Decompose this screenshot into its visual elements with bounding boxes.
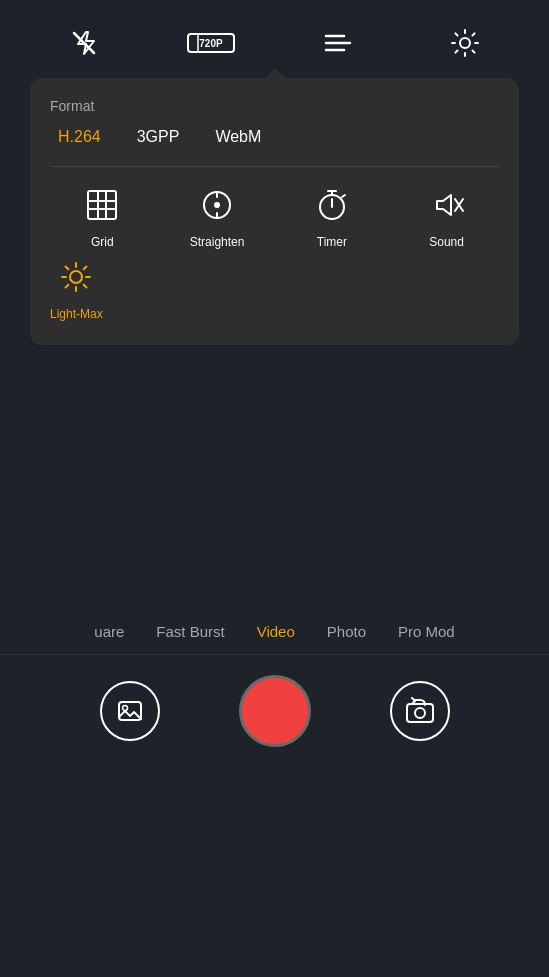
settings-icon [450, 28, 480, 58]
flip-camera-icon [405, 697, 435, 725]
sound-icon [425, 183, 469, 227]
timer-label: Timer [317, 235, 347, 249]
resolution-button[interactable]: 720P [186, 18, 236, 68]
top-toolbar: 720P [0, 0, 549, 78]
settings-button[interactable] [440, 18, 490, 68]
timer-icon [310, 183, 354, 227]
gallery-icon [116, 697, 144, 725]
record-button[interactable] [239, 675, 311, 747]
svg-point-20 [70, 271, 82, 283]
menu-button[interactable] [313, 18, 363, 68]
tab-square[interactable]: uare [78, 615, 140, 648]
straighten-icon [195, 183, 239, 227]
bottom-controls [0, 655, 549, 767]
menu-icon [324, 32, 352, 54]
svg-point-14 [214, 202, 220, 208]
svg-text:720P: 720P [199, 38, 223, 49]
svg-rect-29 [119, 702, 141, 720]
svg-point-32 [415, 708, 425, 718]
grid-label: Grid [91, 235, 114, 249]
grid-item-sound[interactable]: Sound [394, 183, 499, 249]
format-3gpp[interactable]: 3GPP [129, 124, 188, 150]
format-label: Format [50, 98, 499, 114]
svg-line-26 [84, 285, 87, 288]
svg-rect-8 [88, 191, 116, 219]
flip-camera-button[interactable] [390, 681, 450, 741]
format-section: Format H.264 3GPP WebM [50, 98, 499, 167]
svg-point-7 [460, 38, 470, 48]
light-max-icon [54, 255, 98, 299]
sound-label: Sound [429, 235, 464, 249]
flash-button[interactable] [59, 18, 109, 68]
format-options: H.264 3GPP WebM [50, 124, 499, 150]
light-max-label: Light-Max [50, 307, 103, 321]
tab-pro-mode[interactable]: Pro Mod [382, 615, 471, 648]
camera-area [0, 345, 549, 605]
svg-line-28 [66, 285, 69, 288]
grid-icon [80, 183, 124, 227]
format-webm[interactable]: WebM [207, 124, 269, 150]
flash-icon [70, 29, 98, 57]
resolution-icon: 720P [186, 29, 236, 57]
grid-item-timer[interactable]: Timer [280, 183, 385, 249]
format-h264[interactable]: H.264 [50, 124, 109, 150]
svg-line-25 [66, 267, 69, 270]
tab-photo[interactable]: Photo [311, 615, 382, 648]
straighten-label: Straighten [190, 235, 245, 249]
grid-item-straighten[interactable]: Straighten [165, 183, 270, 249]
grid-item-light-max[interactable]: Light-Max [50, 255, 103, 321]
svg-line-27 [84, 267, 87, 270]
grid-item-grid[interactable]: Grid [50, 183, 155, 249]
gallery-button[interactable] [100, 681, 160, 741]
settings-dropdown: Format H.264 3GPP WebM Grid [30, 78, 519, 345]
tab-fast-burst[interactable]: Fast Burst [140, 615, 240, 648]
tab-video[interactable]: Video [241, 615, 311, 648]
grid-section: Grid Straighten [50, 183, 499, 249]
extra-row: Light-Max [50, 255, 499, 321]
svg-rect-31 [407, 704, 433, 722]
mode-tabs: uare Fast Burst Video Photo Pro Mod [0, 605, 549, 654]
svg-point-30 [122, 706, 127, 711]
